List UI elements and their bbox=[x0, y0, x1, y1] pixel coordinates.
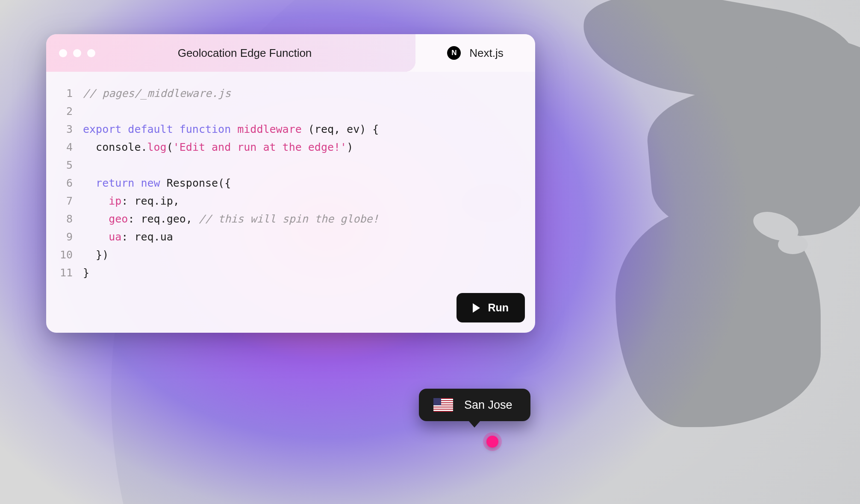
code-text: ) bbox=[347, 141, 353, 153]
run-button-label: Run bbox=[488, 302, 509, 314]
location-city-label: San Jose bbox=[464, 399, 512, 412]
code-text bbox=[83, 213, 109, 225]
code-content[interactable]: // pages/_middleware.js export default f… bbox=[83, 85, 526, 282]
close-icon[interactable] bbox=[59, 49, 67, 57]
code-text: Response({ bbox=[160, 177, 231, 189]
nextjs-logo-icon: N bbox=[447, 46, 461, 60]
window-header: Geolocation Edge Function N Next.js bbox=[46, 34, 535, 72]
code-editor[interactable]: 1234567891011 // pages/_middleware.js ex… bbox=[46, 72, 535, 293]
location-marker-icon[interactable] bbox=[486, 436, 498, 448]
code-comment: // this will spin the globe! bbox=[199, 213, 379, 225]
code-text bbox=[83, 177, 96, 189]
code-text: : req.geo, bbox=[128, 213, 199, 225]
code-keyword: export default function bbox=[83, 123, 231, 135]
code-text: }) bbox=[83, 249, 109, 261]
code-text: } bbox=[83, 267, 89, 279]
code-text bbox=[83, 231, 109, 243]
maximize-icon[interactable] bbox=[87, 49, 95, 57]
location-tooltip: San Jose bbox=[419, 389, 530, 421]
code-comment: // pages/_middleware.js bbox=[83, 87, 231, 100]
traffic-lights bbox=[59, 49, 95, 57]
code-editor-window: Geolocation Edge Function N Next.js 1234… bbox=[46, 34, 535, 333]
code-function: log bbox=[147, 141, 167, 153]
code-string: 'Edit and run at the edge!' bbox=[173, 141, 347, 153]
code-text: ( bbox=[167, 141, 173, 153]
code-text: console. bbox=[83, 141, 147, 153]
code-property: ua bbox=[109, 231, 121, 243]
flag-us-icon bbox=[433, 398, 453, 412]
window-footer: Run bbox=[46, 293, 535, 333]
code-text: : req.ua bbox=[121, 231, 173, 243]
code-function: middleware bbox=[231, 123, 302, 135]
framework-label: Next.js bbox=[469, 47, 503, 60]
code-property: ip bbox=[109, 195, 121, 207]
line-number-gutter: 1234567891011 bbox=[56, 85, 83, 282]
window-title: Geolocation Edge Function bbox=[95, 47, 415, 60]
run-button[interactable]: Run bbox=[457, 293, 525, 322]
minimize-icon[interactable] bbox=[73, 49, 81, 57]
play-icon bbox=[473, 303, 480, 313]
code-keyword: return new bbox=[96, 177, 160, 189]
tab-framework[interactable]: N Next.js bbox=[415, 34, 535, 72]
code-text bbox=[83, 195, 109, 207]
code-text: : req.ip, bbox=[121, 195, 179, 207]
code-text: (req, ev) { bbox=[302, 123, 379, 135]
tab-active[interactable]: Geolocation Edge Function bbox=[46, 34, 415, 72]
code-property: geo bbox=[109, 213, 128, 225]
